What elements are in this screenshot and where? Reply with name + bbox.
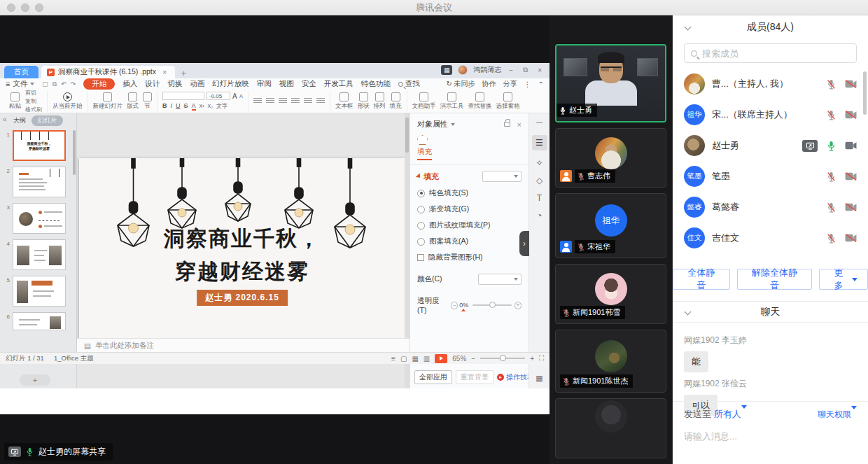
strip-effects-icon[interactable]: ✧ (536, 158, 542, 168)
reset-background-button[interactable]: 重置背景 (456, 370, 493, 384)
video-tile[interactable]: 新闻1901韩雪 (555, 264, 666, 324)
notes-bar[interactable]: ▤ 单击此处添加备注 (77, 338, 410, 352)
account-avatar[interactable] (458, 65, 468, 75)
slides-tab[interactable]: 幻灯片 (31, 115, 63, 126)
fill-tab[interactable]: 填充 (417, 147, 432, 160)
present-tools-button[interactable]: 演示工具 (440, 92, 464, 111)
close-tab-icon[interactable]: × (160, 68, 169, 76)
gradient-fill-option[interactable]: 渐变填充(G) (417, 204, 522, 214)
collapse-members-icon[interactable] (685, 24, 692, 31)
pattern-fill-option[interactable]: 图案填充(A) (417, 237, 522, 246)
strip-properties-icon[interactable]: ☰ (532, 135, 547, 150)
notes-view-icon[interactable]: ≡ (391, 355, 396, 363)
strip-text-icon[interactable]: T (537, 193, 542, 203)
collapse-panel-icon[interactable]: « (3, 115, 7, 123)
video-tile[interactable]: 曹志伟 (555, 128, 666, 188)
bold-button[interactable]: B (162, 102, 167, 109)
menu-insert[interactable]: 插入 (122, 79, 137, 89)
outline-tab[interactable]: 大纲 (13, 116, 26, 125)
align-right-icon[interactable] (304, 98, 312, 104)
increase-transparency-icon[interactable]: + (514, 302, 522, 309)
file-menu[interactable]: ≡ 文件 (6, 79, 34, 89)
play-from-current-button[interactable]: 从当前开始 (52, 92, 83, 111)
new-tab-button[interactable]: + (178, 68, 189, 78)
collaborate-button[interactable]: 协作 (482, 79, 496, 89)
paste-button[interactable]: 粘贴 (9, 92, 21, 111)
shape-button[interactable]: 形状 (358, 92, 370, 111)
slide-thumbnail-3[interactable] (13, 203, 66, 234)
color-dropdown[interactable] (478, 274, 522, 285)
chat-message-input[interactable] (684, 431, 857, 442)
cloud-sync-status[interactable]: ↻ 未同步 (446, 79, 475, 89)
fullscreen-icon[interactable]: ⛶ (539, 354, 544, 363)
apps-grid-icon[interactable]: ▦ (441, 65, 452, 75)
menu-slideshow[interactable]: 幻灯片放映 (212, 79, 249, 89)
textbox-button[interactable]: 文本框 (335, 92, 354, 111)
mute-all-button[interactable]: 全体静音 (673, 269, 730, 290)
strip-menu-icon[interactable]: ─ (536, 118, 542, 127)
member-row[interactable]: 赵士勇 (673, 130, 868, 161)
italic-button[interactable]: I (171, 102, 173, 109)
video-tile[interactable]: 新闻1901陈世杰 (555, 330, 666, 393)
format-painter-button[interactable]: 格式刷 (25, 106, 42, 113)
member-row[interactable]: 祖华 宋...（联席主持人） (673, 99, 868, 130)
slide-thumbnail-2[interactable] (13, 167, 66, 197)
share-button[interactable]: 分享 (503, 79, 517, 89)
fill-button[interactable]: 填充 (390, 92, 402, 111)
transparency-slider[interactable] (472, 304, 512, 306)
sorter-view-icon[interactable]: ▦ (412, 355, 418, 363)
member-list-scrollbar[interactable] (863, 71, 867, 115)
member-row[interactable]: 懿睿 葛懿睿 (673, 192, 868, 223)
menu-transition[interactable]: 切换 (167, 79, 182, 89)
new-slide-button[interactable]: 新建幻灯片 (93, 92, 123, 111)
menu-features[interactable]: 特色功能 (361, 79, 391, 89)
section-expand-icon[interactable] (416, 173, 422, 179)
save-icon[interactable]: ▢ (42, 80, 48, 88)
align-center-icon[interactable] (291, 98, 300, 104)
redo-icon[interactable]: ↷ (71, 80, 76, 88)
slideshow-play-button[interactable] (435, 354, 447, 363)
mic-muted-icon[interactable] (827, 171, 836, 182)
text-effect-button[interactable]: 文字 (216, 102, 227, 110)
line-spacing-icon[interactable] (316, 98, 325, 104)
normal-view-icon[interactable]: ▢ (400, 355, 407, 363)
find-command[interactable]: 查找 (398, 79, 420, 89)
slide-thumbnail-1[interactable]: 洞察商业千秋，穿越财经迷雾 (13, 130, 66, 161)
superscript-button[interactable]: X² (200, 104, 204, 108)
menu-review[interactable]: 审阅 (257, 79, 272, 89)
reading-view-icon[interactable]: ▥ (424, 355, 430, 363)
font-name-box[interactable] (162, 92, 204, 100)
align-left-icon[interactable] (279, 98, 287, 104)
cut-button[interactable]: 剪切 (25, 89, 42, 97)
menu-animation[interactable]: 动画 (190, 79, 204, 89)
member-row[interactable]: 笔墨 笔墨 (673, 161, 868, 192)
apply-all-button[interactable]: 全部应用 (414, 370, 452, 384)
strip-animation-icon[interactable]: ◔ (537, 211, 542, 220)
zoom-in-icon[interactable]: + (530, 355, 534, 363)
copy-icon[interactable]: ⧉ (52, 80, 57, 88)
zoom-slider[interactable] (480, 358, 525, 359)
menu-view[interactable]: 视图 (279, 79, 294, 89)
menu-design[interactable]: 设计 (145, 79, 160, 89)
search-input[interactable] (702, 48, 850, 59)
account-name[interactable]: 鸿鹄薄志 (473, 65, 501, 75)
member-search-box[interactable] (684, 43, 857, 63)
collapse-chat-icon[interactable] (685, 309, 692, 316)
zoom-level[interactable]: 65% (452, 355, 466, 363)
current-slide[interactable]: 洞察商业千秋， 穿越财经迷雾 赵士勇 2020.6.15 (79, 158, 405, 346)
mic-muted-icon[interactable] (827, 110, 836, 120)
find-replace-button[interactable]: 查找替换 (468, 92, 492, 111)
add-slide-button[interactable]: + (20, 374, 50, 386)
collapse-properties-icon[interactable]: › (519, 231, 529, 256)
video-tile[interactable]: 祖华 宋祖华 (555, 193, 666, 258)
camera-off-icon[interactable] (845, 80, 857, 88)
video-tile-speaker[interactable]: 赵士勇 (555, 44, 666, 122)
strip-shape-icon[interactable]: ◇ (536, 176, 542, 185)
restore-icon[interactable]: ⧉ (521, 66, 530, 74)
panel-scrollbar[interactable] (73, 130, 76, 175)
member-row[interactable]: 佳文 吉佳文 (673, 223, 868, 253)
lock-icon[interactable] (504, 122, 510, 127)
quick-access-toolbar[interactable]: ▢ ⧉ ↶ ↷ (42, 80, 76, 88)
camera-off-icon[interactable] (845, 203, 857, 211)
mic-on-icon[interactable] (827, 141, 836, 151)
